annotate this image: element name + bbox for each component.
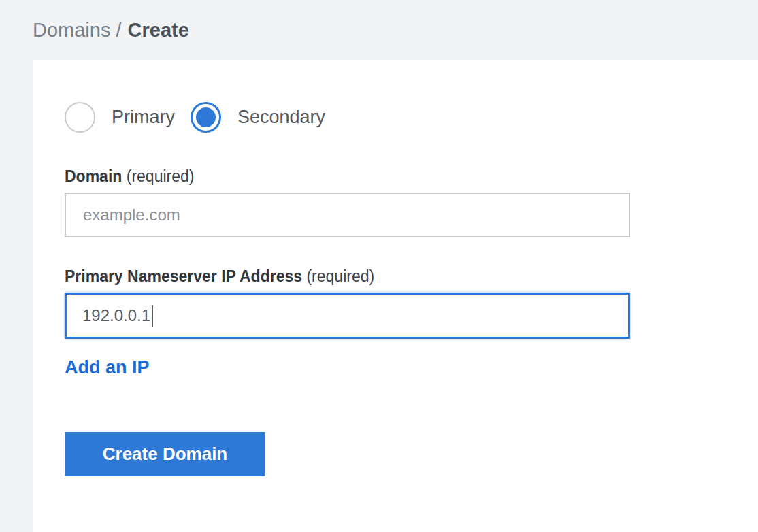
domain-field: Domain (required) [65,167,731,237]
primary-ns-ip-field: Primary Nameserver IP Address (required)… [65,267,731,339]
domain-input[interactable] [65,193,630,237]
radio-option-primary[interactable]: Primary [65,102,175,133]
radio-label-secondary: Secondary [237,107,325,128]
domain-field-label: Domain (required) [65,167,731,186]
primary-ns-ip-label: Primary Nameserver IP Address (required) [65,267,731,286]
radio-option-secondary[interactable]: Secondary [191,102,325,133]
primary-ns-ip-value: 192.0.0.1 [82,306,150,325]
domain-label-text: Domain [65,167,122,185]
create-domain-button[interactable]: Create Domain [65,432,265,476]
radio-selected-dot [196,107,216,127]
breadcrumb-section-domains[interactable]: Domains / [33,19,122,41]
primary-ns-ip-label-text: Primary Nameserver IP Address [65,267,302,285]
domain-type-radio-group: Primary Secondary [65,102,731,133]
breadcrumb: Domains / Create [0,0,758,60]
radio-circle-primary[interactable] [65,102,95,133]
radio-circle-secondary[interactable] [191,102,221,133]
text-cursor [152,305,153,327]
radio-label-primary: Primary [112,107,175,128]
breadcrumb-page-create: Create [128,19,189,41]
domain-required-hint: (required) [127,167,195,185]
add-ip-link[interactable]: Add an IP [65,357,150,378]
primary-ns-ip-input[interactable]: 192.0.0.1 [65,293,630,339]
primary-ns-ip-required-hint: (required) [306,267,374,285]
create-domain-form: Primary Secondary Domain (required) Prim… [33,60,758,532]
